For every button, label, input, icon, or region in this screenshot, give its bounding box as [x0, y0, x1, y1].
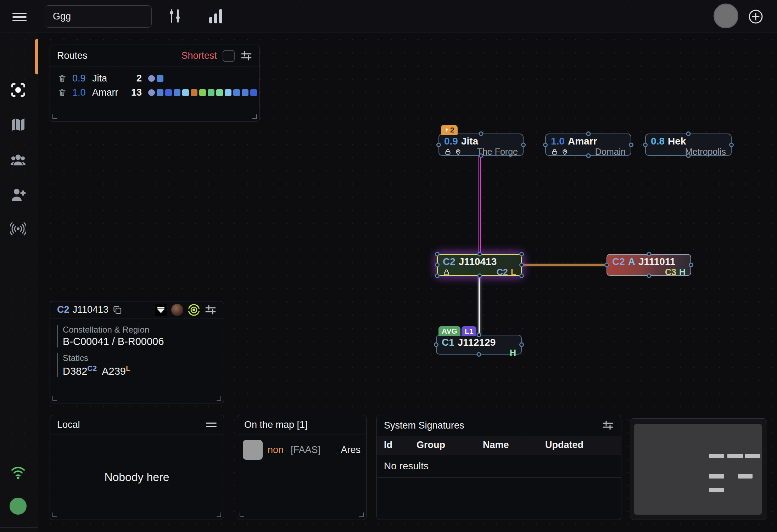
route-row[interactable]: 0.9Jita2 [50, 71, 259, 85]
node-title-part: J112129 [458, 337, 496, 347]
connection-anchor[interactable] [586, 131, 591, 136]
connection-anchor[interactable] [479, 153, 483, 158]
map-node-c2a-j111011[interactable]: C2AJ111011C3H [606, 254, 691, 276]
map-node-c1-j112129[interactable]: C1J112129HAVGL1 [436, 335, 522, 355]
route-row[interactable]: 1.0Amarr13 [50, 85, 259, 100]
local-header: Local [50, 415, 224, 435]
route-jump-count: 2 [126, 73, 142, 84]
connection-anchor[interactable] [629, 142, 633, 147]
delete-route-icon[interactable] [58, 74, 67, 83]
connection-anchor[interactable] [435, 263, 440, 267]
route-jump-segment [165, 89, 172, 96]
connection-magenta[interactable] [478, 156, 481, 254]
focus-tracking-icon[interactable] [10, 82, 26, 98]
connection-anchor[interactable] [479, 131, 483, 136]
minimap-panel[interactable] [630, 418, 767, 520]
connection-anchor[interactable] [586, 153, 591, 158]
wormhole-effect-icon [188, 304, 200, 316]
route-jump-segment [157, 89, 163, 96]
connection-anchor[interactable] [643, 142, 648, 147]
connection-anchor[interactable] [436, 142, 441, 147]
route-jump-segment [208, 89, 214, 96]
node-title-part: J111011 [638, 256, 675, 267]
node-title: C2AJ111011 [612, 256, 686, 267]
connection-anchor[interactable] [647, 252, 651, 256]
connection-white[interactable] [479, 276, 480, 335]
node-title-part: 0.9 [444, 136, 458, 146]
pilot-row[interactable]: non [FAAS] Ares [237, 435, 366, 460]
connection-anchor[interactable] [519, 263, 524, 267]
people-icon[interactable] [10, 152, 26, 168]
signatures-column-id[interactable]: Id [384, 440, 417, 451]
route-start-dot [148, 89, 155, 96]
signatures-settings-icon[interactable] [602, 419, 614, 431]
node-badge-activity: 2 [441, 125, 458, 135]
connection-anchor[interactable] [477, 352, 481, 357]
map-node-c2-j110413[interactable]: C2J110413C2L [437, 254, 522, 276]
static-code: A239 [102, 366, 126, 377]
delete-route-icon[interactable] [58, 88, 67, 97]
routes-settings-icon[interactable] [240, 50, 252, 62]
node-title: 0.9Jita [444, 136, 518, 146]
connection-anchor[interactable] [543, 142, 548, 147]
pilot-corp-ticker: [FAAS] [291, 445, 320, 455]
local-list-icon[interactable] [206, 420, 217, 430]
node-title: 0.8Hek [651, 136, 726, 146]
system-settings-icon[interactable] [205, 304, 217, 316]
connection-anchor[interactable] [729, 142, 734, 147]
route-security: 1.0 [72, 87, 92, 98]
connection-anchor[interactable] [519, 252, 524, 256]
connection-anchor[interactable] [647, 273, 651, 278]
connection-anchor[interactable] [434, 343, 438, 347]
topbar [0, 0, 777, 33]
signatures-column-headers: IdGroupNameUpdated [377, 436, 621, 454]
connection-anchor[interactable] [435, 252, 440, 256]
signatures-title: System Signatures [384, 420, 464, 431]
user-avatar[interactable] [714, 4, 738, 28]
connection-anchor[interactable] [521, 142, 526, 147]
route-destination: Amarr [92, 87, 126, 98]
signatures-column-name[interactable]: Name [483, 440, 545, 451]
node-region-label: Metropolis [685, 147, 726, 157]
pilot-avatar [243, 440, 263, 460]
minimap-viewport[interactable] [634, 424, 762, 515]
add-map-icon[interactable] [748, 9, 764, 24]
connection-orange[interactable] [521, 264, 607, 266]
route-destination: Jita [92, 73, 126, 84]
map-node-jita[interactable]: 0.9JitaThe Forge2 [438, 134, 524, 156]
shortest-checkbox[interactable] [223, 50, 235, 62]
connection-anchor[interactable] [689, 263, 693, 267]
node-title-part: C2 [443, 256, 455, 267]
map-node-hek[interactable]: 0.8HekMetropolis [645, 134, 732, 156]
pin-icon [561, 148, 569, 155]
connection-anchor[interactable] [477, 273, 482, 278]
signatures-column-updated[interactable]: Updated [545, 440, 621, 451]
filter-sliders-icon[interactable] [167, 8, 183, 24]
broadcast-icon[interactable] [10, 221, 26, 237]
connection-anchor[interactable] [686, 131, 691, 136]
person-add-icon[interactable] [10, 187, 26, 203]
connection-anchor[interactable] [686, 153, 691, 158]
route-jump-segment [182, 89, 189, 96]
static-class-sup: C2 [87, 364, 97, 372]
map-name-input[interactable] [45, 5, 152, 28]
connection-anchor[interactable] [435, 273, 440, 278]
map-node-amarr[interactable]: 1.0AmarrDomain [545, 134, 631, 156]
system-class-label: C2 [57, 304, 69, 315]
connection-anchor[interactable] [519, 343, 524, 347]
signatures-column-group[interactable]: Group [417, 440, 483, 451]
connection-anchor[interactable] [477, 252, 482, 256]
route-jump-segment [250, 89, 257, 96]
connection-anchor[interactable] [477, 333, 481, 337]
shortest-mode-label: Shortest [181, 50, 217, 61]
map-icon[interactable] [10, 117, 26, 133]
bar-chart-icon[interactable] [208, 8, 224, 24]
hamburger-menu-icon[interactable] [12, 11, 27, 23]
connection-anchor[interactable] [519, 273, 524, 278]
routes-panel: Routes Shortest 0.9Jita21.0Amarr13 [50, 45, 260, 122]
connection-anchor[interactable] [604, 263, 609, 267]
route-jump-segment [242, 89, 248, 96]
route-jump-count: 13 [126, 87, 142, 98]
node-region-label: Domain [595, 147, 626, 157]
copy-icon[interactable] [113, 305, 122, 315]
